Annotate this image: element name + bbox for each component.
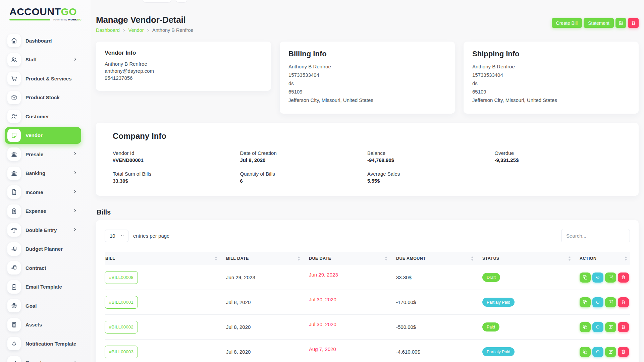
view-button[interactable] [592, 347, 603, 357]
brand-underline [9, 19, 50, 20]
sidebar-item-expense[interactable]: Expense [5, 203, 81, 220]
view-icon [595, 324, 600, 329]
cart-icon [7, 72, 21, 85]
billing-name: Anthony B Renfroe [288, 62, 446, 71]
sidebar-item-contract[interactable]: Contract [5, 259, 81, 276]
status-badge: Partialy Paid [482, 347, 515, 356]
column-header-due-amount[interactable]: DUE AMOUNT [396, 256, 482, 261]
search-input[interactable] [561, 229, 630, 242]
sidebar-item-customer[interactable]: Customer [5, 108, 81, 125]
delete-button[interactable] [618, 322, 629, 332]
sidebar: ACCOUNTGO Powered By WORKDO Dashboard St… [0, 0, 91, 362]
duplicate-button[interactable] [580, 347, 591, 357]
bill-link-button[interactable]: #BILL00003 [105, 346, 138, 358]
delete-button[interactable] [618, 273, 629, 283]
status-badge: Draft [482, 273, 500, 282]
field-date-of-creation: Date of CreationJul 8, 2020 [240, 150, 368, 163]
row-actions [580, 347, 630, 357]
coins-icon [7, 242, 21, 256]
sidebar-item-email-template[interactable]: Email Template [5, 279, 81, 295]
shipping-name: Anthony B Renfroe [472, 62, 630, 71]
home-icon [7, 34, 21, 47]
powered-by-label: Powered By [53, 18, 67, 21]
sidebar-item-product-services[interactable]: Product & Services [5, 70, 81, 87]
entries-per-page-select[interactable]: 10 [105, 230, 128, 242]
bill-link-button[interactable]: #BILL00001 [105, 296, 138, 309]
duplicate-button[interactable] [580, 322, 591, 332]
sidebar-item-notification-template[interactable]: Notification Template [5, 335, 81, 352]
edit-button[interactable] [605, 297, 616, 307]
sidebar-item-assets[interactable]: Assets [5, 316, 81, 333]
sidebar-item-vendor[interactable]: Vendor [5, 127, 81, 144]
column-header-bill[interactable]: BILL [105, 256, 226, 261]
sidebar-item-banking[interactable]: Banking [5, 165, 81, 182]
bills-section-title: Bills [97, 208, 639, 216]
target-icon [7, 299, 21, 312]
due-date-cell: Jul 30, 2020 [309, 297, 396, 302]
bill-link-button[interactable]: #BILL00008 [105, 271, 138, 284]
note-icon [7, 129, 21, 142]
view-button[interactable] [592, 322, 603, 332]
breadcrumb-vendor[interactable]: Vendor [128, 27, 144, 33]
sort-icon [471, 256, 474, 261]
sidebar-item-staff[interactable]: Staff [5, 51, 81, 68]
field-quantity-of-bills: Quantity of Bills6 [240, 171, 368, 184]
billing-info-card: Billing Info Anthony B Renfroe 157335334… [280, 42, 455, 114]
due-date-cell: Jul 30, 2020 [309, 321, 396, 327]
chevron-right-icon [73, 57, 77, 63]
sidebar-item-product-stock[interactable]: Product Stock [5, 89, 81, 106]
view-button[interactable] [592, 273, 603, 283]
edit-icon [619, 20, 624, 25]
table-row: #BILL00003 Jul 8, 2020 Aug 7, 2020 -4,61… [105, 340, 630, 362]
sidebar-item-report[interactable]: Report [5, 354, 81, 362]
shipping-zip: 65109 [472, 87, 630, 96]
vendor-info-title: Vendor Info [105, 50, 262, 56]
page-title: Manage Vendor-Detail [96, 15, 194, 25]
edit-vendor-button[interactable] [615, 18, 626, 28]
edit-button[interactable] [605, 322, 616, 332]
billing-info-title: Billing Info [288, 50, 446, 58]
sidebar-item-income[interactable]: Income [5, 184, 81, 200]
main-content: Manage Vendor-Detail Dashboard > Vendor … [96, 0, 639, 362]
statement-button[interactable]: Statement [584, 18, 614, 28]
vendor-email: anthony@dayrep.com [105, 67, 262, 74]
bill-date-cell: Jun 29, 2023 [226, 275, 309, 280]
edit-button[interactable] [605, 273, 616, 283]
sidebar-nav: Dashboard Staff Product & Services Produ… [5, 32, 81, 362]
delete-button[interactable] [618, 347, 629, 357]
sidebar-item-presale[interactable]: Presale [5, 146, 81, 163]
breadcrumb-dashboard[interactable]: Dashboard [96, 27, 120, 33]
users-icon [7, 53, 21, 66]
column-header-action[interactable]: ACTION [580, 256, 630, 261]
copy-icon [583, 349, 588, 354]
row-actions [580, 273, 630, 283]
billing-phone: 15733533404 [288, 71, 446, 79]
vendor-phone: 9541237856 [105, 74, 262, 81]
sidebar-item-goal[interactable]: Goal [5, 297, 81, 314]
edit-button[interactable] [605, 347, 616, 357]
column-header-status[interactable]: STATUS [482, 256, 580, 261]
column-header-due-date[interactable]: DUE DATE [309, 256, 396, 261]
chevron-right-icon [73, 227, 77, 233]
edit-icon [608, 300, 613, 305]
sidebar-item-budget-planner[interactable]: Budget Planner [5, 241, 81, 257]
vendor-info-card: Vendor Info Anthony B Renfroe anthony@da… [96, 42, 271, 91]
sidebar-item-double-entry[interactable]: Double Entry [5, 222, 81, 238]
delete-vendor-button[interactable] [628, 18, 639, 28]
due-amount-cell: -170.00$ [396, 299, 482, 305]
create-bill-button[interactable]: Create Bill [552, 18, 582, 28]
view-button[interactable] [592, 297, 603, 307]
due-date-cell: Jun 29, 2023 [309, 272, 396, 278]
delete-button[interactable] [618, 297, 629, 307]
column-header-bill-date[interactable]: BILL DATE [226, 256, 309, 261]
edit-icon [608, 275, 613, 280]
duplicate-button[interactable] [580, 297, 591, 307]
document-icon [7, 185, 21, 199]
trash-icon [621, 324, 626, 329]
duplicate-button[interactable] [580, 273, 591, 283]
vendor-name: Anthony B Renfroe [105, 60, 262, 67]
sidebar-item-dashboard[interactable]: Dashboard [5, 32, 81, 49]
clipboard-check-icon [7, 280, 21, 294]
bill-link-button[interactable]: #BILL00002 [105, 321, 138, 334]
shipping-location: Jefferson City, Missouri, United States [472, 96, 630, 104]
